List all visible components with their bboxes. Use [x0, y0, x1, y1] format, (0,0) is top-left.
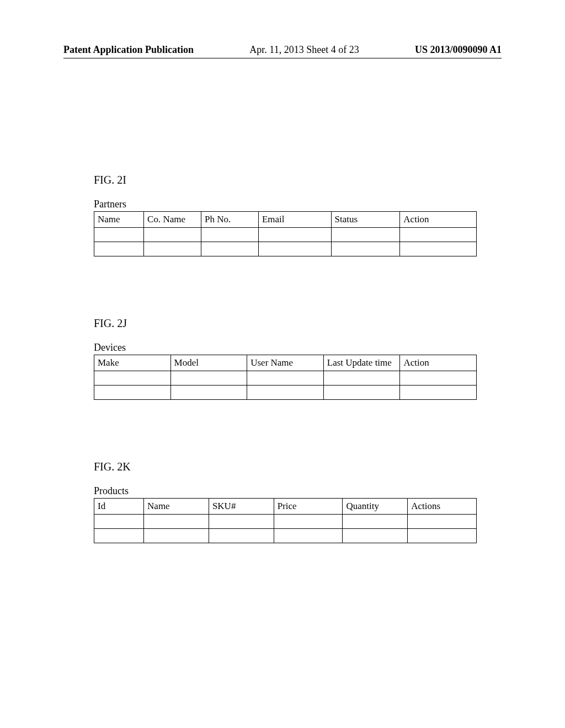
cell — [94, 228, 144, 242]
col-price: Price — [274, 499, 343, 515]
cell — [331, 228, 400, 242]
cell — [400, 242, 477, 256]
cell — [170, 386, 247, 400]
col-actions: Actions — [408, 499, 477, 515]
table-title-products: Products — [94, 485, 477, 497]
publication-label: Patent Application Publication — [63, 44, 194, 56]
col-action: Action — [400, 212, 477, 228]
table-title-devices: Devices — [94, 342, 477, 354]
col-co-name: Co. Name — [144, 212, 201, 228]
table-row — [94, 228, 477, 242]
cell — [201, 242, 259, 256]
figure-2i: FIG. 2I Partners Name Co. Name Ph No. Em… — [94, 174, 477, 256]
cell — [247, 386, 324, 400]
col-name: Name — [94, 212, 144, 228]
page-header: Patent Application Publication Apr. 11, … — [63, 44, 502, 58]
table-row — [94, 371, 477, 386]
devices-table: Make Model User Name Last Update time Ac… — [94, 355, 477, 400]
cell — [331, 242, 400, 256]
cell — [144, 529, 209, 543]
cell — [144, 228, 201, 242]
col-user-name: User Name — [247, 355, 324, 371]
cell — [94, 386, 171, 400]
col-id: Id — [94, 499, 144, 515]
table-row — [94, 515, 477, 529]
figure-label: FIG. 2I — [94, 174, 477, 186]
table-row — [94, 529, 477, 543]
cell — [323, 371, 400, 386]
cell — [247, 371, 324, 386]
date-sheet: Apr. 11, 2013 Sheet 4 of 23 — [249, 44, 359, 56]
cell — [258, 242, 331, 256]
cell — [209, 515, 274, 529]
cell — [94, 371, 171, 386]
col-action: Action — [400, 355, 477, 371]
table-header-row: Make Model User Name Last Update time Ac… — [94, 355, 477, 371]
cell — [144, 242, 201, 256]
cell — [170, 371, 247, 386]
figure-label: FIG. 2K — [94, 461, 477, 473]
cell — [274, 529, 343, 543]
col-sku: SKU# — [209, 499, 274, 515]
cell — [400, 386, 477, 400]
cell — [343, 529, 408, 543]
patent-number: US 2013/0090090 A1 — [415, 44, 502, 56]
table-row — [94, 386, 477, 400]
cell — [400, 228, 477, 242]
page-content: FIG. 2I Partners Name Co. Name Ph No. Em… — [94, 174, 477, 604]
products-table: Id Name SKU# Price Quantity Actions — [94, 498, 477, 543]
table-header-row: Id Name SKU# Price Quantity Actions — [94, 499, 477, 515]
cell — [408, 515, 477, 529]
figure-2j: FIG. 2J Devices Make Model User Name Las… — [94, 317, 477, 400]
cell — [144, 515, 209, 529]
figure-label: FIG. 2J — [94, 317, 477, 330]
figure-2k: FIG. 2K Products Id Name SKU# Price Quan… — [94, 461, 477, 543]
col-email: Email — [258, 212, 331, 228]
col-ph-no: Ph No. — [201, 212, 259, 228]
table-header-row: Name Co. Name Ph No. Email Status Action — [94, 212, 477, 228]
cell — [323, 386, 400, 400]
cell — [408, 529, 477, 543]
cell — [400, 371, 477, 386]
cell — [201, 228, 259, 242]
table-row — [94, 242, 477, 256]
col-last-update: Last Update time — [323, 355, 400, 371]
cell — [258, 228, 331, 242]
cell — [94, 242, 144, 256]
table-title-partners: Partners — [94, 199, 477, 210]
cell — [343, 515, 408, 529]
cell — [209, 529, 274, 543]
cell — [274, 515, 343, 529]
cell — [94, 529, 144, 543]
col-make: Make — [94, 355, 171, 371]
cell — [94, 515, 144, 529]
col-quantity: Quantity — [343, 499, 408, 515]
partners-table: Name Co. Name Ph No. Email Status Action — [94, 211, 477, 256]
col-model: Model — [170, 355, 247, 371]
col-name: Name — [144, 499, 209, 515]
col-status: Status — [331, 212, 400, 228]
